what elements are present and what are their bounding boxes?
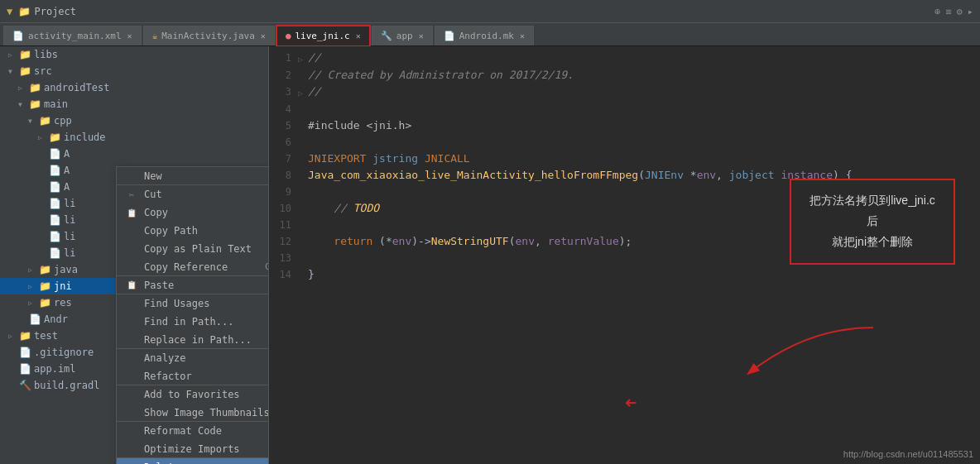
menu-label-paste: Paste [144,280,174,291]
folder-icon: 📁 [49,132,61,143]
menu-item-copy-ref[interactable]: Copy Reference Ctrl+Alt+Shift+C [117,258,269,276]
menu-item-copy[interactable]: 📋 Copy Ctrl+C [117,203,269,222]
menu-item-delete[interactable]: Delete... Delete [117,458,269,464]
menu-label-refactor: Refactor [144,371,192,382]
item-label: include [64,132,106,143]
code-line-1: 1 ▷ // [269,50,980,67]
menu-item-show-thumbnails[interactable]: Show Image Thumbnails Ctrl+Shift+T [117,404,269,422]
folder-icon: 📁 [39,115,51,127]
title-bar: ▼ 📁 Project ⊕ ≡ ⚙ ▸ [0,0,980,23]
file-icon: 📄 [19,347,31,358]
item-label: li [64,198,75,209]
item-label: libs [34,49,58,60]
menu-item-reformat[interactable]: Reformat Code Ctrl+Alt+L [117,422,269,440]
menu-label-reformat: Reformat Code [144,425,222,437]
sidebar-item-cpp[interactable]: ▼ 📁 cpp [0,112,268,129]
file-icon: 📄 [49,148,61,160]
sidebar-item-main[interactable]: ▼ 📁 main [0,96,268,112]
menu-label-replace-path: Replace in Path... [144,334,252,346]
folder-icon: 📁 [19,65,31,77]
menu-item-cut[interactable]: ✂ Cut Ctrl+X [117,185,269,203]
tab-activity-main[interactable]: 📄 activity_main.xml ✕ [3,26,142,45]
file-icon: 📄 [49,181,61,193]
sidebar-item-src[interactable]: ▼ 📁 src [0,63,268,79]
menu-item-copy-path[interactable]: Copy Path Ctrl+Shift+C [117,222,269,240]
item-label: app.iml [34,363,76,375]
menu-item-optimize[interactable]: Optimize Imports Ctrl+Alt+O [117,440,269,458]
tab-app[interactable]: 🔧 app ✕ [372,26,433,45]
tab-live-jni[interactable]: ● live_jni.c ✕ [276,26,370,45]
tab-icon-app: 🔧 [381,31,392,41]
tab-android-mk[interactable]: 📄 Android.mk ✕ [435,26,534,45]
menu-item-find-usages[interactable]: Find Usages Alt+F7 [117,294,269,313]
menu-label-optimize: Optimize Imports [144,443,240,455]
file-icon: 📄 [49,165,61,176]
toolbar-icon-4[interactable]: ▸ [968,6,973,17]
code-line-6: 6 [269,134,980,151]
menu-label-copy-plain: Copy as Plain Text [144,243,252,255]
tab-close-jni[interactable]: ✕ [356,31,361,41]
watermark: http://blog.csdn.net/u011485531 [843,449,973,459]
menu-item-add-favorites[interactable]: Add to Favorites [117,385,269,404]
menu-label-cut: Cut [144,189,162,200]
code-line-3: 3 ▷ // [269,84,980,101]
file-icon: 📄 [19,363,31,375]
menu-label-new: New [144,170,162,182]
sidebar-item-a1[interactable]: 📄 A [0,146,268,162]
menu-item-replace-path[interactable]: Replace in Path... Ctrl+Shift+R [117,331,269,349]
menu-item-new[interactable]: New ▶ [117,167,269,185]
tab-icon-main: ☕ [152,31,158,41]
sidebar-item-libs[interactable]: ▷ 📁 libs [0,46,268,63]
menu-item-paste[interactable]: 📋 Paste Ctrl+V [117,276,269,294]
menu-label-find-path: Find in Path... [144,316,233,328]
menu-item-find-path[interactable]: Find in Path... Ctrl+Shift+F [117,313,269,331]
file-icon: 📄 [49,198,61,209]
item-label: li [64,247,75,259]
tab-close-activity[interactable]: ✕ [127,31,132,41]
arrow-icon: ▷ [28,266,36,274]
item-label: A [64,165,70,176]
arrow-icon: ▷ [8,51,17,59]
sidebar-item-include[interactable]: ▷ 📁 include [0,129,268,146]
toolbar-icon-3[interactable]: ⚙ [957,6,963,17]
file-icon: 📄 [49,231,61,242]
main-layout: ▷ 📁 libs ▼ 📁 src ▷ 📁 androidTest ▼ 📁 mai… [0,46,980,464]
menu-label-show-thumbnails: Show Image Thumbnails [144,407,269,419]
tab-close-mk[interactable]: ✕ [520,31,525,41]
tab-label-app: app [396,31,413,41]
item-label: .gitignore [34,347,94,358]
tab-close-main[interactable]: ✕ [261,31,266,41]
editor-area[interactable]: 1 ▷ // 2 // Created by Administrator on … [269,46,980,464]
item-label: res [54,297,72,309]
menu-label-copy-path: Copy Path [144,225,198,237]
tab-mainactivity[interactable]: ☕ MainActivity.java ✕ [143,26,275,45]
arrow-icon: ▷ [28,283,36,290]
item-label: jni [54,280,72,292]
title-bar-controls: ⊕ ≡ ⚙ ▸ [934,6,973,17]
tab-label-jni: live_jni.c [295,31,350,41]
item-label: androidTest [44,82,109,93]
folder-icon: 📁 [29,82,41,93]
sidebar: ▷ 📁 libs ▼ 📁 src ▷ 📁 androidTest ▼ 📁 mai… [0,46,269,464]
sidebar-item-androidtest[interactable]: ▷ 📁 androidTest [0,79,268,96]
arrow-icon: ▼ [8,68,17,75]
toolbar-icon-2[interactable]: ≡ [945,6,951,17]
tab-label-activity: activity_main.xml [28,31,122,41]
menu-item-copy-plain[interactable]: Copy as Plain Text [117,240,269,258]
menu-item-refactor[interactable]: Refactor ▶ [117,367,269,385]
arrow-icon: ▷ [28,299,36,307]
menu-item-analyze[interactable]: Analyze ▶ [117,349,269,367]
item-label: cpp [54,115,72,127]
menu-label-find-usages: Find Usages [144,298,209,309]
folder-icon: 📁 [29,98,41,110]
folder-icon: 📁 [19,49,31,60]
arrow-icon: ▼ [18,101,26,108]
tab-close-app[interactable]: ✕ [419,31,424,41]
toolbar-icon-1[interactable]: ⊕ [934,6,940,17]
project-icon: ▼ 📁 [7,6,31,17]
arrow-icon: ▼ [28,117,36,125]
menu-label-copy: Copy [144,207,168,218]
tab-label-main: MainActivity.java [161,31,255,41]
menu-icon-cut: ✂ [123,190,140,199]
item-label: A [64,181,70,193]
